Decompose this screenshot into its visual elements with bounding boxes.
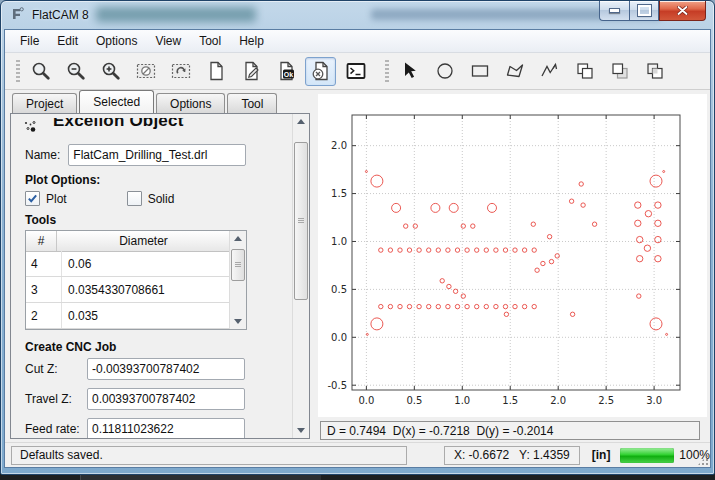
tool-number-cell[interactable]: 2 [26,303,62,328]
maximize-icon [638,5,651,16]
open-project-button[interactable] [235,57,266,86]
svg-text:Ok: Ok [283,71,292,78]
new-project-button[interactable] [200,57,231,86]
menu-file[interactable]: File [11,32,48,50]
geo-subtract-button[interactable] [604,57,635,86]
select-tool-icon [399,60,421,82]
menu-edit[interactable]: Edit [48,32,87,50]
tools-label: Tools [25,213,293,227]
svg-text:0.0: 0.0 [331,332,347,343]
zoom-fit-button[interactable] [25,57,56,86]
plot-canvas[interactable]: 0.00.51.01.52.02.53.0-0.50.00.51.01.52.0 [318,94,707,417]
toolbar-grip[interactable] [16,60,20,82]
measurement-text: D = 0.7494 D(x) = -0.7218 D(y) = -0.2014 [327,424,553,438]
tool-diameter-cell[interactable]: 0.0354330708661 [62,277,230,302]
draw-rectangle-button[interactable] [464,57,495,86]
flatcam-logo-icon [10,6,25,25]
select-tool-button[interactable] [394,57,425,86]
aero-glass-reflection [96,7,256,22]
plot-checkbox-box[interactable] [25,191,40,206]
scrollbar-thumb[interactable] [231,249,245,281]
close-button[interactable] [659,1,706,21]
close-icon [677,6,688,15]
solid-checkbox[interactable]: Solid [127,191,175,206]
tool-diameter-cell[interactable]: 0.035 [62,303,230,328]
zoom-in-button[interactable] [95,57,126,86]
tool-diameter-cell[interactable]: 0.06 [62,251,230,276]
cutz-input[interactable] [87,358,245,380]
menu-options[interactable]: Options [87,32,146,50]
arrow-up-icon [234,236,242,241]
solid-checkbox-label: Solid [148,192,175,206]
statusbar: Defaults saved. X: -0.6672 Y: 1.4359 [in… [5,442,710,467]
tool-number-cell[interactable]: 3 [26,277,62,302]
excellon-object-icon [23,120,41,140]
draw-polyline-button[interactable] [534,57,565,86]
menu-view[interactable]: View [146,32,190,50]
svg-text:0.0: 0.0 [358,395,374,406]
minimize-button[interactable] [599,1,629,21]
window-title: FlatCAM 8 [32,8,89,22]
travelz-input[interactable] [87,388,245,410]
column-header-number[interactable]: # [26,231,57,251]
scroll-up-button[interactable] [293,114,309,129]
shell-button[interactable] [340,57,371,86]
right-column: 0.00.51.01.52.02.53.0-0.50.00.51.01.52.0… [315,90,708,442]
maximize-button[interactable] [629,1,659,21]
tool-row[interactable]: 30.0354330708661 [26,277,230,303]
delete-object-button[interactable] [305,57,336,86]
svg-text:1.0: 1.0 [454,395,470,406]
zoom-in-icon [100,60,122,82]
open-project-icon [240,60,262,82]
check-icon [27,193,38,204]
panel-scrollbar[interactable] [292,114,309,438]
tab-tool[interactable]: Tool [227,93,277,113]
zoom-out-button[interactable] [60,57,91,86]
drill-plot[interactable]: 0.00.51.01.52.02.53.0-0.50.00.51.01.52.0 [318,94,707,417]
app-window: FlatCAM 8 FileEditOptionsViewToolHelp Ok… [0,0,715,475]
tool-row[interactable]: 40.06 [26,251,230,277]
svg-text:1.5: 1.5 [502,395,518,406]
toolbar-grip[interactable] [385,60,389,82]
geo-intersect-button[interactable] [639,57,670,86]
tool-row[interactable]: 20.035 [26,303,230,329]
scrollbar-thumb[interactable] [294,142,308,300]
draw-circle-button[interactable] [429,57,460,86]
tab-bar: ProjectSelectedOptionsTool [10,90,310,113]
mouse-coordinates: X: -0.6672 Y: 1.4359 [454,448,570,462]
clear-plot-button[interactable] [130,57,161,86]
draw-polygon-icon [504,60,526,82]
plot-checkbox[interactable]: Plot [25,191,67,206]
tab-selected[interactable]: Selected [79,90,154,113]
menubar: FileEditOptionsViewToolHelp [5,30,710,53]
draw-polygon-button[interactable] [499,57,530,86]
tab-project[interactable]: Project [12,93,77,113]
feedrate-input[interactable] [87,418,245,438]
cutz-label: Cut Z: [25,362,87,376]
titlebar[interactable]: FlatCAM 8 [1,1,714,29]
minimize-icon [609,8,620,13]
shell-icon [345,60,367,82]
replot-button[interactable] [165,57,196,86]
geo-union-button[interactable] [569,57,600,86]
solid-checkbox-box[interactable] [127,191,142,206]
draw-polyline-icon [539,60,561,82]
tool-number-cell[interactable]: 4 [26,251,62,276]
column-header-diameter[interactable]: Diameter [57,231,231,251]
scroll-down-button[interactable] [230,314,246,329]
thumb-grip-icon [235,262,241,267]
replot-icon [170,60,192,82]
plot-checkbox-label: Plot [46,192,67,206]
status-message: Defaults saved. [20,448,103,462]
name-input[interactable] [68,144,246,166]
run-script-button[interactable]: Ok [270,57,301,86]
menu-help[interactable]: Help [230,32,273,50]
menu-tool[interactable]: Tool [190,32,230,50]
scroll-up-button[interactable] [230,231,246,246]
table-scrollbar[interactable] [229,231,246,329]
scroll-down-button[interactable] [293,423,309,438]
new-project-icon [205,60,227,82]
clear-plot-icon [135,60,157,82]
geo-subtract-icon [609,60,631,82]
tab-options[interactable]: Options [156,93,225,113]
